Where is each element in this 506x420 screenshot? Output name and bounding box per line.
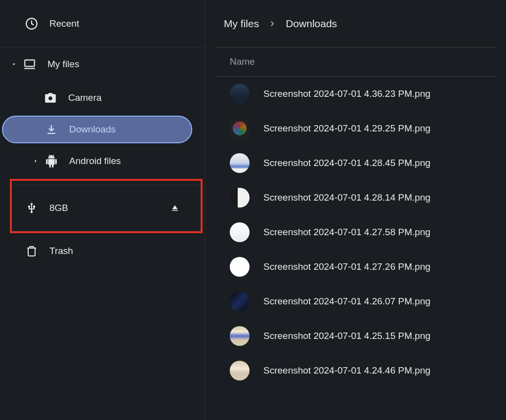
sidebar-downloads[interactable]: Downloads (2, 116, 192, 143)
sidebar-android-files[interactable]: Android files (0, 144, 205, 178)
android-icon (44, 154, 58, 168)
svg-rect-1 (25, 60, 35, 66)
file-name: Screenshot 2024-07-01 4.36.23 PM.png (263, 88, 430, 99)
file-name: Screenshot 2024-07-01 4.27.26 PM.png (263, 261, 430, 272)
divider (12, 231, 201, 231)
usb-icon (25, 201, 39, 215)
sidebar-camera[interactable]: Camera (0, 81, 205, 115)
file-name: Screenshot 2024-07-01 4.28.45 PM.png (263, 158, 430, 168)
file-name: Screenshot 2024-07-01 4.26.07 PM.png (263, 296, 430, 307)
chevron-down-icon (9, 61, 19, 68)
breadcrumb-root[interactable]: My files (224, 18, 259, 30)
file-row[interactable]: Screenshot 2024-07-01 4.27.58 PM.png (230, 215, 496, 250)
main-panel: My files Downloads Name Screenshot 2024-… (205, 0, 506, 420)
chevron-right-icon (31, 158, 41, 165)
file-thumbnail (230, 84, 250, 104)
breadcrumb: My files Downloads (215, 0, 496, 47)
file-row[interactable]: Screenshot 2024-07-01 4.26.07 PM.png (230, 284, 496, 319)
download-icon (44, 123, 58, 136)
file-row[interactable]: Screenshot 2024-07-01 4.28.45 PM.png (230, 146, 496, 180)
sidebar-android-files-label: Android files (69, 156, 121, 167)
eject-button[interactable] (169, 202, 181, 214)
sidebar-recent-label: Recent (49, 18, 79, 29)
sidebar-downloads-label: Downloads (69, 124, 116, 135)
camera-icon (43, 91, 57, 105)
sidebar-usb-drive[interactable]: 8GB (12, 185, 201, 231)
usb-highlight-box: 8GB (10, 179, 203, 233)
file-row[interactable]: Screenshot 2024-07-01 4.28.14 PM.png (230, 180, 496, 215)
clock-icon (25, 17, 39, 31)
file-row[interactable]: Screenshot 2024-07-01 4.27.26 PM.png (230, 250, 496, 284)
laptop-icon (23, 57, 37, 71)
file-row[interactable]: Screenshot 2024-07-01 4.36.23 PM.png (230, 77, 496, 111)
file-thumbnail (230, 257, 250, 277)
column-header-name[interactable]: Name (215, 47, 496, 76)
sidebar: Recent My files Camera Downloads Android… (0, 0, 205, 420)
file-name: Screenshot 2024-07-01 4.29.25 PM.png (263, 123, 430, 134)
file-name: Screenshot 2024-07-01 4.24.46 PM.png (263, 365, 430, 376)
breadcrumb-current: Downloads (286, 18, 337, 30)
file-thumbnail (230, 222, 250, 242)
file-thumbnail (230, 153, 250, 173)
file-row[interactable]: Screenshot 2024-07-01 4.25.15 PM.png (230, 319, 496, 353)
file-thumbnail (230, 188, 250, 208)
sidebar-my-files[interactable]: My files (0, 47, 205, 81)
sidebar-recent[interactable]: Recent (0, 0, 205, 47)
file-thumbnail (230, 361, 250, 380)
file-name: Screenshot 2024-07-01 4.25.15 PM.png (263, 331, 430, 341)
file-row[interactable]: Screenshot 2024-07-01 4.29.25 PM.png (230, 111, 496, 146)
sidebar-usb-label: 8GB (49, 203, 68, 213)
file-name: Screenshot 2024-07-01 4.27.58 PM.png (263, 227, 430, 238)
chevron-right-icon (268, 19, 277, 28)
file-row[interactable]: Screenshot 2024-07-01 4.24.46 PM.png (230, 353, 496, 388)
sidebar-my-files-label: My files (47, 59, 79, 70)
file-thumbnail (230, 292, 250, 311)
file-list: Screenshot 2024-07-01 4.36.23 PM.png Scr… (215, 77, 496, 388)
sidebar-trash[interactable]: Trash (0, 234, 205, 268)
sidebar-trash-label: Trash (49, 246, 73, 256)
svg-point-2 (48, 96, 52, 100)
sidebar-camera-label: Camera (68, 92, 102, 103)
file-name: Screenshot 2024-07-01 4.28.14 PM.png (263, 192, 430, 203)
file-thumbnail (230, 119, 250, 138)
trash-icon (25, 244, 39, 258)
file-thumbnail (230, 326, 250, 346)
